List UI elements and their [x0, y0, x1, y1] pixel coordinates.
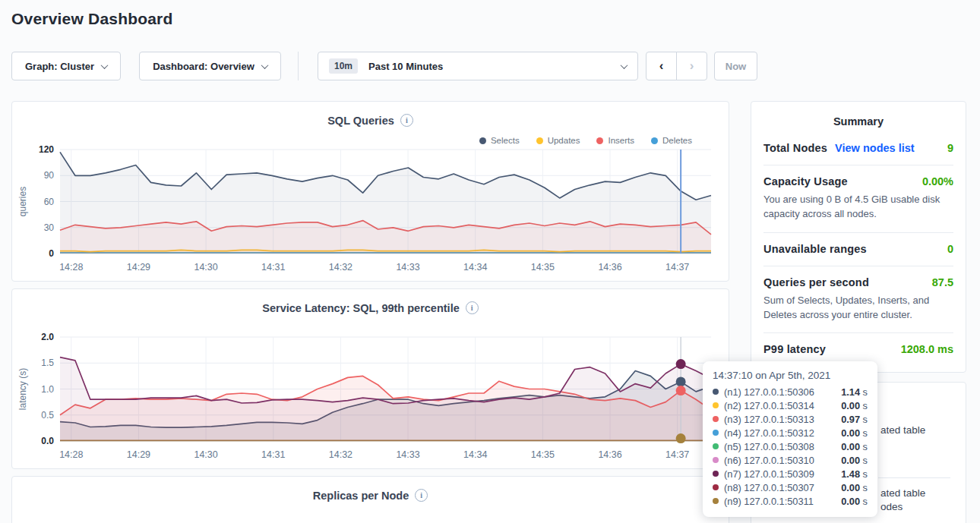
node-latency-value: 0.00 s [841, 441, 868, 452]
node-address: (n2) 127.0.0.1:50314 [724, 400, 814, 411]
node-address: (n4) 127.0.0.1:50312 [724, 427, 814, 439]
svg-text:14:28: 14:28 [59, 262, 83, 273]
time-next-button[interactable]: › [676, 52, 707, 80]
summary-row-note: You are using 0 B of 4.5 GiB usable disk… [763, 193, 953, 222]
node-color-dot-icon [713, 402, 719, 408]
summary-row-value: 0 [947, 243, 953, 255]
info-icon[interactable]: i [400, 114, 413, 127]
svg-text:14:37: 14:37 [665, 262, 689, 273]
svg-text:14:34: 14:34 [463, 449, 487, 460]
tooltip-timestamp: 14:37:10 on Apr 5th, 2021 [713, 370, 868, 381]
summary-title: Summary [751, 102, 966, 132]
events-divider [878, 477, 950, 478]
svg-text:14:29: 14:29 [127, 449, 150, 460]
node-latency-value: 0.00 s [841, 482, 868, 493]
svg-text:14:29: 14:29 [127, 262, 150, 273]
svg-text:1.5: 1.5 [41, 358, 54, 368]
node-color-dot-icon [713, 389, 719, 395]
node-latency-value: 0.00 s [841, 455, 868, 466]
node-color-dot-icon [713, 457, 719, 463]
node-address: (n3) 127.0.0.1:50313 [724, 414, 814, 425]
svg-text:queries: queries [17, 187, 28, 216]
svg-text:0: 0 [49, 248, 54, 259]
summary-row-label: Total Nodes [763, 142, 827, 154]
dashboard-dropdown[interactable]: Dashboard: Overview [139, 52, 281, 80]
svg-text:14:31: 14:31 [261, 449, 285, 460]
node-latency-value: 0.00 s [841, 496, 868, 507]
summary-card: Summary Total Nodes View nodes list 9 Ca… [751, 101, 966, 373]
svg-text:14:32: 14:32 [329, 262, 352, 273]
time-range-dropdown[interactable]: 10m Past 10 Minutes [318, 52, 638, 80]
node-color-dot-icon [713, 484, 719, 490]
tooltip-node-row: (n6) 127.0.0.1:50310 0.00 s [713, 453, 868, 467]
svg-text:14:35: 14:35 [531, 449, 555, 460]
replicas-per-node-title: Replicas per Node [313, 490, 409, 502]
chevron-down-icon [101, 61, 109, 69]
svg-text:14:36: 14:36 [598, 449, 621, 460]
svg-text:14:31: 14:31 [261, 262, 285, 273]
svg-text:2.0: 2.0 [41, 332, 54, 342]
node-color-dot-icon [713, 416, 719, 422]
info-icon[interactable]: i [466, 301, 479, 314]
node-color-dot-icon [713, 443, 719, 449]
summary-row: Unavailable ranges 0 [763, 233, 953, 266]
sql-queries-card: SQL Queries i SelectsUpdatesInsertsDelet… [11, 101, 729, 282]
tooltip-node-row: (n5) 127.0.0.1:50308 0.00 s [713, 440, 868, 453]
replicas-per-node-card: Replicas per Node i [11, 476, 729, 523]
info-icon[interactable]: i [415, 489, 428, 502]
controls-divider [298, 52, 299, 80]
service-latency-chart[interactable]: 0.00.51.01.52.014:2814:2914:3014:3114:32… [12, 323, 730, 471]
svg-text:1.0: 1.0 [41, 384, 54, 395]
tooltip-node-row: (n7) 127.0.0.1:50309 1.48 s [713, 467, 868, 480]
svg-text:60: 60 [44, 197, 55, 207]
node-color-dot-icon [713, 430, 719, 436]
svg-text:90: 90 [44, 170, 55, 181]
svg-text:14:33: 14:33 [396, 449, 419, 460]
node-address: (n6) 127.0.0.1:50310 [724, 455, 814, 466]
node-address: (n8) 127.0.0.1:50307 [724, 482, 814, 493]
service-latency-card: Service Latency: SQL, 99th percentile i … [11, 288, 729, 469]
tooltip-node-row: (n4) 127.0.0.1:50312 0.00 s [713, 426, 868, 440]
summary-row-value: 9 [947, 142, 953, 154]
graph-dropdown[interactable]: Graph: Cluster [11, 52, 121, 80]
event-text-fragment: odes [880, 501, 903, 512]
view-nodes-list-link[interactable]: View nodes list [835, 142, 915, 154]
svg-text:0.0: 0.0 [41, 436, 54, 446]
node-address: (n5) 127.0.0.1:50308 [724, 441, 814, 452]
summary-row-note: Sum of Selects, Updates, Inserts, and De… [763, 294, 953, 323]
svg-text:14:36: 14:36 [598, 262, 621, 273]
summary-row: Capacity Usage 0.00% You are using 0 B o… [763, 165, 953, 233]
summary-row: Total Nodes View nodes list 9 [763, 132, 953, 165]
tooltip-node-row: (n2) 127.0.0.1:50314 0.00 s [713, 399, 868, 412]
time-range-badge: 10m [329, 58, 358, 74]
svg-text:30: 30 [44, 222, 55, 233]
summary-row-value: 0.00% [922, 175, 953, 187]
node-color-dot-icon [713, 498, 719, 504]
svg-text:14:28: 14:28 [59, 449, 83, 460]
svg-text:14:30: 14:30 [194, 262, 217, 273]
service-latency-title: Service Latency: SQL, 99th percentile [262, 302, 460, 314]
chevron-down-icon [621, 61, 628, 69]
time-prev-button[interactable]: ‹ [646, 52, 677, 80]
svg-text:latency (s): latency (s) [17, 368, 28, 410]
tooltip-node-row: (n9) 127.0.0.1:50311 0.00 s [713, 494, 868, 508]
svg-text:14:30: 14:30 [194, 449, 217, 460]
svg-text:14:35: 14:35 [531, 262, 555, 273]
tooltip-node-row: (n1) 127.0.0.1:50306 1.14 s [713, 385, 868, 399]
latency-hover-tooltip: 14:37:10 on Apr 5th, 2021 (n1) 127.0.0.1… [703, 361, 877, 517]
time-now-button[interactable]: Now [714, 52, 757, 80]
dashboard-dropdown-label: Dashboard: Overview [153, 61, 254, 72]
page-title: Overview Dashboard [11, 10, 173, 28]
svg-text:14:32: 14:32 [329, 449, 352, 460]
tooltip-node-row: (n3) 127.0.0.1:50313 0.97 s [713, 412, 868, 426]
svg-text:120: 120 [39, 144, 54, 155]
summary-row-label: Capacity Usage [763, 175, 848, 187]
tooltip-node-row: (n8) 127.0.0.1:50307 0.00 s [713, 480, 868, 494]
node-address: (n7) 127.0.0.1:50309 [724, 468, 814, 480]
node-latency-value: 0.97 s [841, 414, 868, 425]
event-text-fragment: ated table [880, 487, 925, 499]
sql-queries-chart[interactable]: 030609012014:2814:2914:3014:3114:3214:33… [12, 135, 730, 282]
summary-row: Queries per second 87.5 Sum of Selects, … [763, 266, 953, 334]
node-latency-value: 0.00 s [841, 400, 868, 411]
summary-row-label: P99 latency [763, 343, 826, 355]
